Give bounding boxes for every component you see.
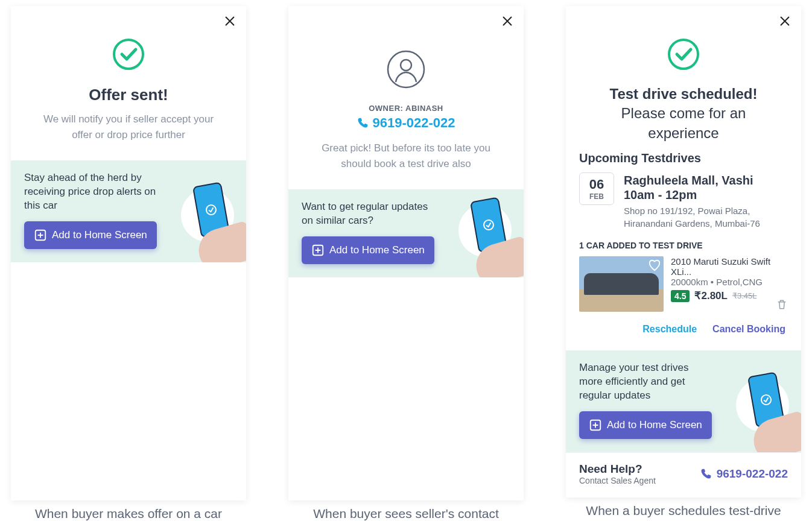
phone-illustration bbox=[717, 374, 801, 452]
add-home-button[interactable]: Add to Home Screen bbox=[579, 411, 712, 439]
offer-title: Offer sent! bbox=[28, 86, 229, 104]
svg-point-9 bbox=[761, 394, 772, 406]
help-sub: Contact Sales Agent bbox=[579, 476, 656, 485]
add-home-label: Add to Home Screen bbox=[52, 229, 147, 241]
testdrive-title: Test drive scheduled! Please come for an… bbox=[589, 84, 778, 143]
phone-number: 9619-022-022 bbox=[372, 115, 455, 131]
svg-point-3 bbox=[388, 51, 424, 87]
banner-text: Stay ahead of the herd by receiving pric… bbox=[24, 171, 157, 213]
car-image bbox=[579, 256, 664, 312]
close-icon[interactable] bbox=[501, 14, 514, 30]
help-row: Need Help? Contact Sales Agent 9619-022-… bbox=[566, 452, 801, 497]
trash-icon[interactable] bbox=[776, 298, 788, 313]
phone-illustration bbox=[162, 184, 246, 262]
rating-badge: 4.5 bbox=[671, 290, 690, 302]
add-home-button[interactable]: Add to Home Screen bbox=[24, 221, 157, 249]
svg-point-0 bbox=[114, 40, 143, 69]
svg-point-6 bbox=[483, 219, 495, 231]
cancel-booking-link[interactable]: Cancel Booking bbox=[712, 324, 785, 335]
offer-subtitle: We will notify you if seller accept your… bbox=[34, 112, 223, 142]
banner-text: Want to get regular updates on similar c… bbox=[302, 200, 434, 228]
checkmark-icon bbox=[110, 36, 147, 75]
offer-sent-card: Offer sent! We will notify you if seller… bbox=[11, 6, 246, 500]
close-icon[interactable] bbox=[223, 14, 236, 30]
caption: When buyer makes offer on a car bbox=[35, 507, 222, 521]
promo-banner: Manage your test drives more efficiently… bbox=[566, 350, 801, 452]
contact-card: OWNER: ABINASH 9619-022-022 Great pick! … bbox=[288, 6, 524, 500]
add-home-label: Add to Home Screen bbox=[329, 244, 425, 256]
add-home-button[interactable]: Add to Home Screen bbox=[302, 236, 434, 264]
help-phone-number: 9619-022-022 bbox=[717, 467, 788, 481]
help-phone[interactable]: 9619-022-022 bbox=[700, 467, 788, 481]
car-item: 2010 Maruti Suzuki Swift XLi... 20000km … bbox=[579, 256, 788, 312]
phone-illustration bbox=[439, 199, 524, 277]
heart-icon[interactable] bbox=[648, 259, 661, 274]
price: ₹2.80L bbox=[694, 289, 727, 302]
price-original: ₹3.45L bbox=[732, 291, 757, 300]
date-box: 06 FEB bbox=[579, 172, 614, 205]
close-icon[interactable] bbox=[778, 14, 791, 30]
reschedule-link[interactable]: Reschedule bbox=[642, 324, 697, 335]
testdrive-card: Test drive scheduled! Please come for an… bbox=[566, 6, 801, 497]
svg-point-2 bbox=[206, 204, 217, 216]
help-title: Need Help? bbox=[579, 463, 656, 476]
location-name: Raghuleela Mall, Vashi bbox=[624, 172, 788, 188]
checkmark-icon bbox=[665, 36, 702, 75]
promo-banner: Want to get regular updates on similar c… bbox=[288, 189, 524, 277]
svg-point-7 bbox=[669, 40, 698, 69]
date-month: FEB bbox=[580, 192, 614, 201]
banner-text: Manage your test drives more efficiently… bbox=[579, 361, 712, 403]
car-count: 1 CAR ADDED TO TEST DRIVE bbox=[579, 241, 788, 250]
upcoming-title: Upcoming Testdrives bbox=[579, 151, 788, 165]
date-day: 06 bbox=[580, 177, 614, 192]
caption: When buyer sees seller's contact bbox=[313, 507, 498, 521]
add-home-label: Add to Home Screen bbox=[607, 419, 702, 431]
contact-subtitle: Great pick! But before its too late you … bbox=[311, 141, 501, 171]
address: Shop no 191/192, Powai Plaza, Hiranandan… bbox=[624, 204, 788, 230]
person-icon bbox=[386, 49, 426, 92]
owner-phone[interactable]: 9619-022-022 bbox=[305, 115, 507, 131]
caption: When a buyer schedules test-drive bbox=[586, 504, 781, 518]
car-title: 2010 Maruti Suzuki Swift XLi... bbox=[671, 256, 788, 277]
car-sub: 20000km • Petrol,CNG bbox=[671, 277, 788, 287]
promo-banner: Stay ahead of the herd by receiving pric… bbox=[11, 160, 246, 262]
svg-point-4 bbox=[401, 60, 411, 71]
time-slot: 10am - 12pm bbox=[624, 188, 788, 202]
owner-label: OWNER: ABINASH bbox=[305, 104, 507, 113]
